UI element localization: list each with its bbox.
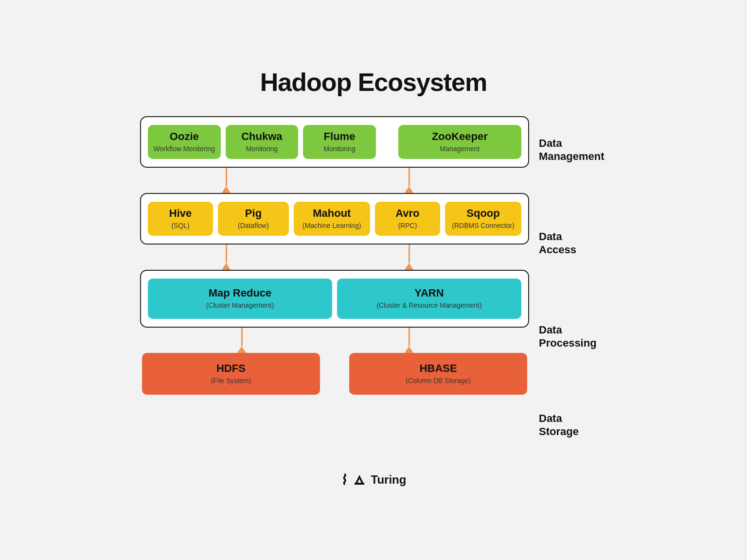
storage-label: Data Storage [539,396,607,455]
yarn-title: YARN [414,287,444,299]
flume-card: Flume Monitoring [303,125,376,159]
processing-label: Data Processing [539,303,607,371]
arrows-proc-stor [140,328,529,353]
pig-subtitle: (Dataflow) [238,221,269,230]
processing-layer-box: Map Reduce (Cluster Management) YARN (Cl… [140,270,529,327]
access-label-line1: Data [539,230,562,243]
management-label-line2: Management [539,150,604,163]
processing-label-line1: Data [539,324,562,336]
sqoop-subtitle: (RDBMS Connector) [452,221,514,230]
flume-subtitle: Monitoring [323,144,355,153]
mahout-subtitle: (Machine Learning) [302,221,361,230]
diagram-area: Oozie Workflow Monitering Chukwa Monitor… [140,116,607,455]
label-spacer-1 [539,184,607,210]
hdfs-subtitle: (File System) [211,376,251,385]
mahout-title: Mahout [313,208,351,219]
sqoop-card: Sqoop (RDBMS Connector) [445,202,521,236]
hive-subtitle: (SQL) [171,221,189,230]
processing-label-line2: Processing [539,337,597,350]
access-label-line2: Access [539,244,576,256]
arrows-access-proc [140,245,529,270]
arrows-mgmt-access [140,168,529,193]
processing-layer-row: Map Reduce (Cluster Management) YARN (Cl… [140,270,529,327]
label-spacer-3 [539,371,607,396]
mapreduce-title: Map Reduce [209,287,272,299]
pig-title: Pig [245,208,262,219]
arrow-2 [405,168,413,193]
turing-logo-icon [353,473,366,487]
label-spacer-2 [539,278,607,303]
arrow-6 [405,328,413,353]
arrow-5 [237,328,246,353]
storage-label-line2: Storage [539,425,579,438]
management-label: Data Management [539,116,607,184]
avro-title: Avro [395,208,419,219]
logo-icon: ⌇ [341,472,348,488]
storage-label-line1: Data [539,412,562,425]
oozie-subtitle: Workflow Monitering [154,144,215,153]
management-layer-row: Oozie Workflow Monitering Chukwa Monitor… [140,116,529,168]
yarn-subtitle: (Cluster & Resource Management) [376,301,481,310]
oozie-title: Oozie [170,131,199,142]
chukwa-card: Chukwa Monitoring [226,125,299,159]
pig-card: Pig (Dataflow) [218,202,289,236]
hbase-subtitle: (Column DB Storage) [406,376,471,385]
storage-layer-row: HDFS (File System) HBASE (Column DB Stor… [140,353,529,395]
page-container: Hadoop Ecosystem Oozie Workflow Moniteri… [130,53,617,508]
arrow-3 [222,245,231,270]
arrow-4 [405,245,413,270]
zookeeper-card: ZooKeeper Management [398,125,521,159]
access-layer-row: Hive (SQL) Pig (Dataflow) Mahout (Machin… [140,193,529,245]
flume-title: Flume [324,131,356,142]
zookeeper-title: ZooKeeper [432,131,488,142]
sqoop-title: Sqoop [466,208,499,219]
hbase-card: HBASE (Column DB Storage) [349,353,527,395]
logo-text: Turing [371,473,407,487]
access-layer-box: Hive (SQL) Pig (Dataflow) Mahout (Machin… [140,193,529,245]
chukwa-subtitle: Monitoring [246,144,278,153]
mahout-card: Mahout (Machine Learning) [294,202,370,236]
avro-subtitle: (RPC) [398,221,417,230]
zookeeper-subtitle: Management [440,144,480,153]
management-label-line1: Data [539,137,562,150]
access-label: Data Access [539,210,607,278]
storage-cards-row: HDFS (File System) HBASE (Column DB Stor… [140,353,529,395]
management-layer-box: Oozie Workflow Monitering Chukwa Monitor… [140,116,529,168]
avro-card: Avro (RPC) [375,202,440,236]
yarn-card: YARN (Cluster & Resource Management) [337,279,521,318]
hdfs-title: HDFS [216,363,246,374]
arrow-1 [222,168,231,193]
hdfs-card: HDFS (File System) [142,353,320,395]
hive-title: Hive [169,208,192,219]
page-title: Hadoop Ecosystem [140,68,607,97]
side-labels: Data Management Data Access Data Process… [529,116,607,455]
svg-rect-1 [355,483,364,485]
mapreduce-card: Map Reduce (Cluster Management) [148,279,332,318]
hbase-title: HBASE [420,363,457,374]
layers-column: Oozie Workflow Monitering Chukwa Monitor… [140,116,529,455]
hive-card: Hive (SQL) [148,202,213,236]
oozie-card: Oozie Workflow Monitering [148,125,221,159]
mapreduce-subtitle: (Cluster Management) [206,301,274,310]
chukwa-title: Chukwa [241,131,282,142]
logo-area: ⌇ Turing [140,472,607,488]
